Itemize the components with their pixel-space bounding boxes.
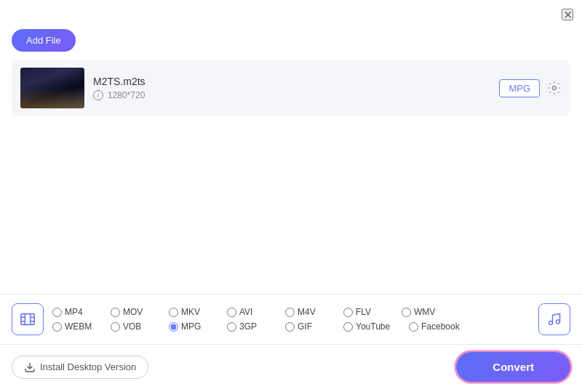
svg-point-9 xyxy=(557,320,560,324)
svg-point-8 xyxy=(549,321,553,325)
format-radio-gif[interactable] xyxy=(285,322,295,332)
format-label-wmv[interactable]: WMV xyxy=(414,307,435,317)
title-bar: ✕ xyxy=(0,0,582,26)
format-option-youtube: YouTube xyxy=(343,321,409,332)
file-meta: i 1280*720 xyxy=(93,90,490,100)
add-file-button[interactable]: Add File xyxy=(12,29,76,52)
format-option-mov: MOV xyxy=(111,307,169,317)
svg-point-0 xyxy=(553,87,557,90)
format-options-grid: MP4 MOV MKV AVI M4V xyxy=(52,307,530,332)
format-option-avi: AVI xyxy=(227,307,285,317)
toolbar: Add File xyxy=(0,26,582,60)
format-label-youtube[interactable]: YouTube xyxy=(356,321,390,332)
file-thumbnail xyxy=(20,68,84,108)
content-area xyxy=(0,116,582,283)
gear-icon xyxy=(547,81,562,95)
format-label-mov[interactable]: MOV xyxy=(123,307,143,317)
format-label-mpg[interactable]: MPG xyxy=(181,321,201,332)
file-resolution: 1280*720 xyxy=(108,90,145,100)
action-bar: Install Desktop Version Convert xyxy=(0,344,582,392)
file-info: M2TS.m2ts i 1280*720 xyxy=(93,76,490,100)
format-radio-mkv[interactable] xyxy=(169,308,178,317)
format-option-mpg: MPG xyxy=(169,321,227,332)
format-option-flv: FLV xyxy=(343,307,402,317)
format-option-mp4: MP4 xyxy=(52,307,111,317)
music-icon xyxy=(547,312,562,327)
format-option-3gp: 3GP xyxy=(227,321,285,332)
audio-format-button[interactable] xyxy=(538,303,570,335)
file-item: M2TS.m2ts i 1280*720 MPG xyxy=(12,60,570,116)
video-format-button[interactable] xyxy=(12,303,44,335)
format-option-webm: WEBM xyxy=(52,321,111,332)
film-icon xyxy=(20,311,36,327)
format-radio-mp4[interactable] xyxy=(52,308,62,317)
info-icon: i xyxy=(93,90,103,100)
format-option-wmv: WMV xyxy=(402,307,460,317)
format-label-webm[interactable]: WEBM xyxy=(65,321,92,332)
format-label-mp4[interactable]: MP4 xyxy=(65,307,83,317)
format-label-m4v[interactable]: M4V xyxy=(298,307,316,317)
format-label-3gp[interactable]: 3GP xyxy=(239,321,257,332)
format-radio-3gp[interactable] xyxy=(227,322,236,332)
format-label-gif[interactable]: GIF xyxy=(298,321,312,332)
format-radio-vob[interactable] xyxy=(111,322,120,332)
download-icon xyxy=(24,361,36,373)
format-label-mkv[interactable]: MKV xyxy=(181,307,200,317)
format-label-flv[interactable]: FLV xyxy=(356,307,371,317)
format-option-facebook: Facebook xyxy=(409,321,474,332)
format-radio-youtube[interactable] xyxy=(343,322,353,332)
format-label-vob[interactable]: VOB xyxy=(123,321,141,332)
format-radio-webm[interactable] xyxy=(52,322,62,332)
format-label-facebook[interactable]: Facebook xyxy=(421,321,460,332)
file-list: M2TS.m2ts i 1280*720 MPG xyxy=(0,60,582,116)
format-radio-avi[interactable] xyxy=(227,308,236,317)
close-button[interactable]: ✕ xyxy=(562,9,573,20)
format-radio-mpg[interactable] xyxy=(169,322,178,332)
bottom-section: MP4 MOV MKV AVI M4V xyxy=(0,294,582,392)
format-radio-facebook[interactable] xyxy=(409,322,418,332)
format-radio-mov[interactable] xyxy=(111,308,120,317)
thumbnail-image xyxy=(20,68,84,108)
svg-rect-1 xyxy=(21,314,34,325)
format-option-vob: VOB xyxy=(111,321,169,332)
install-desktop-button[interactable]: Install Desktop Version xyxy=(12,356,148,379)
file-actions: MPG xyxy=(499,79,562,97)
format-option-m4v: M4V xyxy=(285,307,343,317)
format-row-1: MP4 MOV MKV AVI M4V xyxy=(52,307,530,317)
format-option-gif: GIF xyxy=(285,321,343,332)
convert-button[interactable]: Convert xyxy=(456,352,570,382)
format-badge[interactable]: MPG xyxy=(499,79,540,97)
format-option-mkv: MKV xyxy=(169,307,227,317)
file-name: M2TS.m2ts xyxy=(93,76,490,87)
format-label-avi[interactable]: AVI xyxy=(239,307,252,317)
format-row-2: WEBM VOB MPG 3GP GIF xyxy=(52,321,530,332)
settings-button[interactable] xyxy=(547,81,562,95)
format-radio-m4v[interactable] xyxy=(285,308,295,317)
install-label: Install Desktop Version xyxy=(40,361,136,372)
format-radio-wmv[interactable] xyxy=(402,308,411,317)
format-panel: MP4 MOV MKV AVI M4V xyxy=(0,294,582,344)
format-radio-flv[interactable] xyxy=(343,308,353,317)
